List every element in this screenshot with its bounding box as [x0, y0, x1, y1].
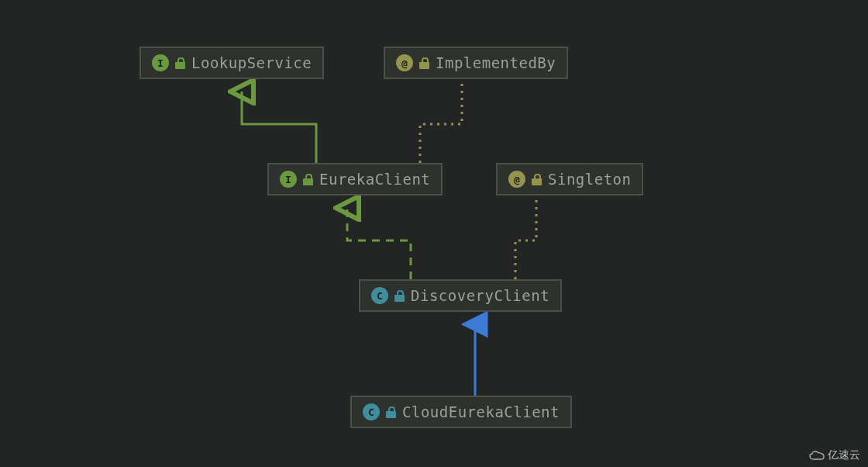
- lock-icon: [419, 57, 429, 69]
- interface-badge-icon: I: [280, 171, 297, 188]
- watermark: 亿速云: [809, 448, 860, 462]
- edge-eureka-lookup: [242, 92, 316, 163]
- lock-icon: [175, 57, 185, 69]
- node-implemented-by[interactable]: @ ImplementedBy: [384, 47, 568, 79]
- node-singleton[interactable]: @ Singleton: [496, 163, 643, 195]
- node-discovery-client[interactable]: C DiscoveryClient: [359, 279, 562, 312]
- node-eureka-client[interactable]: I EurekaClient: [267, 163, 443, 195]
- edge-eureka-implementedby: [420, 82, 462, 163]
- lock-icon: [386, 406, 396, 418]
- lock-icon: [303, 174, 313, 185]
- cloud-icon: [809, 450, 825, 461]
- node-label: EurekaClient: [319, 171, 430, 188]
- edge-discovery-eureka: [347, 208, 411, 279]
- interface-badge-icon: I: [152, 54, 169, 71]
- node-label: Singleton: [548, 171, 631, 188]
- node-label: LookupService: [191, 54, 312, 71]
- annotation-badge-icon: @: [508, 171, 525, 188]
- edge-discovery-singleton: [515, 199, 536, 279]
- annotation-badge-icon: @: [396, 54, 413, 71]
- node-lookup-service[interactable]: I LookupService: [140, 47, 324, 79]
- node-label: DiscoveryClient: [411, 287, 549, 304]
- class-badge-icon: C: [363, 403, 380, 420]
- watermark-text: 亿速云: [828, 448, 860, 462]
- lock-icon: [394, 290, 405, 302]
- node-label: CloudEurekaClient: [402, 403, 560, 420]
- class-badge-icon: C: [371, 287, 388, 304]
- lock-icon: [532, 174, 542, 185]
- node-label: ImplementedBy: [436, 54, 556, 71]
- node-cloud-eureka-client[interactable]: C CloudEurekaClient: [350, 396, 572, 428]
